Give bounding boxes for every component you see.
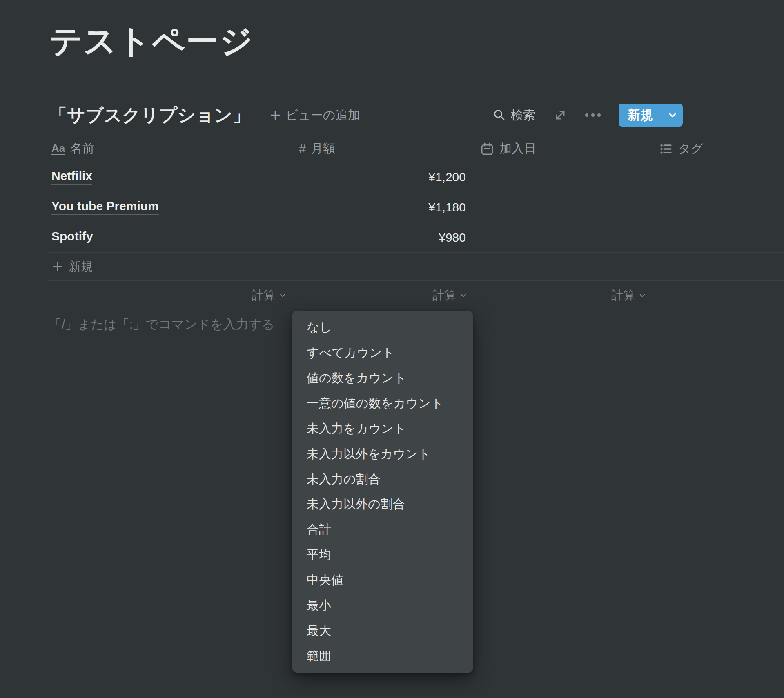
menu-item-count-empty[interactable]: 未入力をカウント <box>292 416 473 441</box>
search-label: 検索 <box>511 107 535 124</box>
join-date-cell[interactable] <box>474 192 653 222</box>
command-placeholder[interactable]: 「/」または「;」でコマンドを入力する <box>49 316 274 333</box>
page-title: テストページ <box>49 20 254 64</box>
subscription-table: Aa 名前 # 月額 加入日 <box>48 136 784 281</box>
row-title-link[interactable]: You tube Premium <box>51 199 159 215</box>
price-value: ¥1,180 <box>428 200 466 214</box>
title-property-icon: Aa <box>51 143 65 155</box>
name-cell[interactable]: Netfilix <box>48 162 293 192</box>
column-label: 名前 <box>70 140 94 157</box>
plus-icon <box>269 109 281 121</box>
collection-title: 「サブスクリプション」 <box>49 103 250 127</box>
column-header-price[interactable]: # 月額 <box>293 136 474 162</box>
column-label: 加入日 <box>499 140 536 157</box>
column-header-tags[interactable]: タグ <box>653 136 784 162</box>
column-header-name[interactable]: Aa 名前 <box>48 136 293 162</box>
search-icon <box>493 109 506 122</box>
chevron-down-icon <box>638 291 646 300</box>
add-view-label: ビューの追加 <box>285 107 360 124</box>
add-view-button[interactable]: ビューの追加 <box>269 107 360 124</box>
calc-cell-price: 計算 <box>293 280 474 311</box>
column-label: 月額 <box>311 140 335 157</box>
expand-icon[interactable] <box>553 108 567 122</box>
menu-item-max[interactable]: 最大 <box>292 618 473 643</box>
name-cell[interactable]: Spotify <box>48 222 293 252</box>
calc-dropdown-name[interactable]: 計算 <box>252 287 287 304</box>
menu-item-sum[interactable]: 合計 <box>292 517 473 542</box>
new-row-button[interactable]: 新規 <box>48 253 784 281</box>
table-row: Spotify ¥980 <box>48 222 784 253</box>
menu-item-median[interactable]: 中央値 <box>292 568 473 593</box>
new-button[interactable]: 新規 <box>619 104 683 127</box>
collection-header: 「サブスクリプション」 ビューの追加 検索 新規 <box>49 103 683 127</box>
chevron-down-icon <box>459 291 468 300</box>
more-options-icon[interactable] <box>585 113 601 117</box>
menu-item-none[interactable]: なし <box>292 315 473 340</box>
tags-cell[interactable] <box>653 192 784 222</box>
menu-item-count-all[interactable]: すべてカウント <box>292 340 473 366</box>
join-date-cell[interactable] <box>474 162 653 192</box>
number-property-icon: # <box>299 142 306 156</box>
collection-toolbar: 検索 新規 <box>493 104 683 127</box>
menu-item-min[interactable]: 最小 <box>292 593 473 618</box>
menu-item-percent-empty[interactable]: 未入力の割合 <box>292 467 473 492</box>
calc-label: 計算 <box>432 287 456 304</box>
calculation-menu: なし すべてカウント 値の数をカウント 一意の値の数をカウント 未入力をカウント… <box>292 311 473 673</box>
column-header-join-date[interactable]: 加入日 <box>474 136 653 162</box>
menu-item-count-values[interactable]: 値の数をカウント <box>292 366 473 391</box>
join-date-cell[interactable] <box>474 222 653 252</box>
calc-label: 計算 <box>611 287 635 304</box>
new-button-label: 新規 <box>619 104 662 127</box>
bulleted-list-icon <box>659 142 673 156</box>
menu-item-count-unique[interactable]: 一意の値の数をカウント <box>292 391 473 416</box>
price-cell[interactable]: ¥1,200 <box>293 162 474 192</box>
tags-cell[interactable] <box>653 222 784 252</box>
menu-item-range[interactable]: 範囲 <box>292 643 473 669</box>
calc-cell-join-date: 計算 <box>474 280 653 311</box>
calc-cell-name: 計算 <box>48 280 293 311</box>
calculation-row: 計算 計算 計算 <box>48 280 784 311</box>
calendar-icon <box>480 142 494 156</box>
table-row: You tube Premium ¥1,180 <box>48 192 784 222</box>
chevron-down-icon[interactable] <box>662 104 683 127</box>
menu-item-average[interactable]: 平均 <box>292 542 473 568</box>
menu-item-percent-not-empty[interactable]: 未入力以外の割合 <box>292 492 473 517</box>
search-button[interactable]: 検索 <box>493 107 535 124</box>
calc-label: 計算 <box>252 287 275 304</box>
new-row-label: 新規 <box>69 258 93 275</box>
row-title-link[interactable]: Spotify <box>51 229 93 245</box>
plus-icon <box>51 260 64 273</box>
table-row: Netfilix ¥1,200 <box>48 162 784 192</box>
price-cell[interactable]: ¥1,180 <box>293 192 474 222</box>
calc-dropdown-price[interactable]: 計算 <box>432 287 468 304</box>
row-title-link[interactable]: Netfilix <box>51 169 92 185</box>
table-header-row: Aa 名前 # 月額 加入日 <box>48 136 784 162</box>
menu-item-count-not-empty[interactable]: 未入力以外をカウント <box>292 441 473 467</box>
calc-dropdown-join-date[interactable]: 計算 <box>611 287 646 304</box>
price-value: ¥980 <box>439 231 466 245</box>
calc-cell-tags <box>653 280 784 311</box>
name-cell[interactable]: You tube Premium <box>48 192 293 222</box>
price-cell[interactable]: ¥980 <box>293 222 474 252</box>
tags-cell[interactable] <box>653 162 784 192</box>
chevron-down-icon <box>278 291 287 300</box>
price-value: ¥1,200 <box>428 170 466 184</box>
column-label: タグ <box>678 140 703 157</box>
